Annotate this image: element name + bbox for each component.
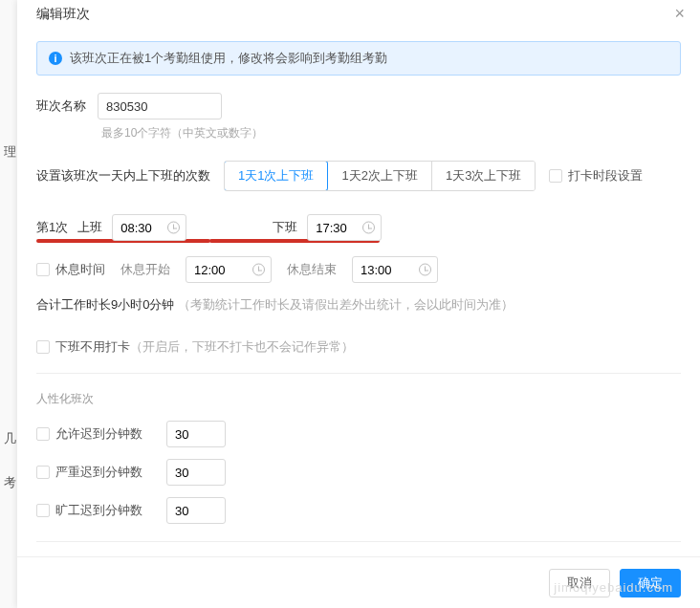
custom-period-label: 打卡时段设置	[568, 167, 643, 185]
checkbox-icon	[549, 169, 562, 183]
absent-late-input[interactable]	[166, 497, 226, 524]
absent-late-label: 旷工迟到分钟数	[55, 502, 142, 519]
allow-late-label: 允许迟到分钟数	[55, 425, 142, 443]
shift-name-hint: 最多10个字符（中英文或数字）	[101, 125, 681, 141]
humanize-title: 人性化班次	[36, 391, 681, 407]
alert-text: 该班次正在被1个考勤组使用，修改将会影响到考勤组考勤	[70, 50, 387, 67]
serious-late-input[interactable]	[166, 459, 226, 486]
off-duty-label: 下班	[273, 219, 297, 236]
modal-title: 编辑班次	[36, 6, 90, 23]
total-duration-hint: （考勤统计工作时长及请假出差外出统计，会以此时间为准）	[178, 297, 514, 312]
bg-text: 理	[4, 143, 16, 161]
rest-end-label: 休息结束	[287, 261, 337, 278]
bg-text: 考	[4, 474, 16, 491]
no-clock-off-label: 下班不用打卡	[55, 338, 130, 356]
rest-end-input[interactable]	[352, 256, 438, 283]
rest-enable[interactable]: 休息时间	[36, 261, 105, 278]
info-icon: i	[49, 52, 62, 65]
allow-late-input[interactable]	[166, 421, 226, 447]
no-clock-off-hint: （开启后，下班不打卡也不会记作异常）	[130, 338, 354, 356]
edit-shift-modal: 编辑班次 × i 该班次正在被1个考勤组使用，修改将会影响到考勤组考勤 班次名称…	[17, 0, 700, 608]
bg-text: 几	[4, 430, 16, 447]
on-duty-time-input[interactable]	[112, 214, 186, 241]
alert-banner: i 该班次正在被1个考勤组使用，修改将会影响到考勤组考勤	[36, 41, 681, 76]
allow-late-option[interactable]: 允许迟到分钟数	[36, 425, 155, 443]
rest-row: 休息时间 休息开始 休息结束	[36, 256, 681, 283]
off-duty-time-input[interactable]	[307, 214, 382, 241]
checkbox-icon	[36, 504, 50, 517]
total-duration-text: 合计工作时长9小时0分钟	[36, 297, 174, 312]
divider	[36, 373, 681, 374]
cancel-button[interactable]: 取消	[549, 569, 610, 597]
close-icon[interactable]: ×	[674, 4, 685, 24]
serious-late-option[interactable]: 严重迟到分钟数	[36, 464, 155, 481]
absent-late-option[interactable]: 旷工迟到分钟数	[36, 502, 155, 519]
confirm-button[interactable]: 确定	[620, 569, 681, 597]
shift-1-row: 第1次 上班 下班	[36, 214, 681, 241]
times-option-1[interactable]: 1天1次上下班	[224, 161, 328, 191]
times-label: 设置该班次一天内上下班的次数	[36, 167, 210, 185]
times-option-3[interactable]: 1天3次上下班	[431, 162, 535, 190]
custom-period-option[interactable]: 打卡时段设置	[549, 167, 643, 185]
shift-seq: 第1次	[36, 219, 68, 236]
serious-late-label: 严重迟到分钟数	[55, 464, 142, 481]
checkbox-icon	[36, 263, 50, 276]
total-duration-row: 合计工作时长9小时0分钟 （考勤统计工作时长及请假出差外出统计，会以此时间为准）	[36, 296, 681, 314]
checkbox-icon	[36, 427, 50, 441]
checkbox-icon	[36, 340, 50, 354]
modal-header: 编辑班次 ×	[17, 0, 700, 32]
shift-name-input[interactable]	[98, 93, 222, 119]
modal-footer: 取消 确定	[17, 556, 700, 608]
checkbox-icon	[36, 466, 50, 479]
times-option-2[interactable]: 1天2次上下班	[327, 162, 430, 190]
rest-start-input[interactable]	[186, 256, 272, 283]
no-clock-off-option[interactable]: 下班不用打卡 （开启后，下班不打卡也不会记作异常）	[36, 338, 681, 356]
shift-name-label: 班次名称	[36, 98, 90, 115]
times-radio-group: 1天1次上下班 1天2次上下班 1天3次上下班	[224, 161, 536, 191]
rest-enable-label: 休息时间	[55, 261, 105, 278]
rest-start-label: 休息开始	[120, 261, 170, 278]
on-duty-label: 上班	[77, 219, 102, 236]
divider	[36, 541, 681, 542]
